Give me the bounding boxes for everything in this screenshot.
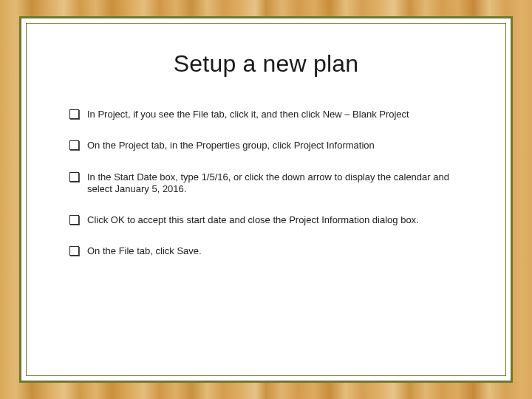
- bullet-text: On the File tab, click Save.: [87, 245, 202, 256]
- bullet-text: In Project, if you see the File tab, cli…: [87, 109, 409, 120]
- bullet-text: In the Start Date box, type 1/5/16, or c…: [87, 171, 449, 194]
- slide-inner-frame: Setup a new plan In Project, if you see …: [26, 23, 506, 376]
- list-item: In Project, if you see the File tab, cli…: [68, 109, 464, 120]
- list-item: In the Start Date box, type 1/5/16, or c…: [68, 171, 464, 196]
- bullet-text: On the Project tab, in the Properties gr…: [87, 140, 375, 151]
- slide-title: Setup a new plan: [68, 50, 464, 78]
- bullet-list: In Project, if you see the File tab, cli…: [68, 109, 464, 258]
- list-item: Click OK to accept this start date and c…: [68, 214, 464, 226]
- bullet-text: Click OK to accept this start date and c…: [87, 214, 419, 225]
- list-item: On the File tab, click Save.: [68, 245, 464, 257]
- list-item: On the Project tab, in the Properties gr…: [68, 140, 464, 151]
- slide-outer-frame: Setup a new plan In Project, if you see …: [19, 16, 513, 383]
